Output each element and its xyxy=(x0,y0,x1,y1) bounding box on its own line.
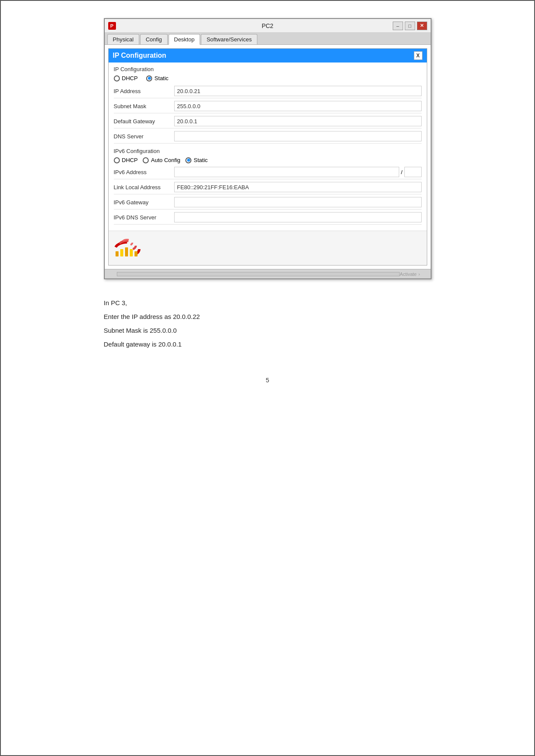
ipv6-gateway-label: IPv6 Gateway xyxy=(114,199,174,206)
app-icon-label: P xyxy=(110,23,113,28)
ipv6-dns-server-input[interactable] xyxy=(174,212,422,222)
tabs-bar: Physical Config Desktop Software/Service… xyxy=(105,33,431,45)
ipv6-autoconfig-option[interactable]: Auto Config xyxy=(143,157,180,163)
page-number: 5 xyxy=(27,377,508,384)
dhcp-label: DHCP xyxy=(122,75,138,81)
ipv6-gateway-input[interactable] xyxy=(174,197,422,207)
subnet-mask-input[interactable] xyxy=(174,101,422,111)
title-bar-left: P xyxy=(108,22,116,30)
scrollbar-track[interactable] xyxy=(117,272,400,276)
window-title: PC2 xyxy=(262,22,273,29)
default-gateway-input[interactable] xyxy=(174,116,422,126)
maximize-button[interactable]: □ xyxy=(405,22,415,30)
activate-text: Activate xyxy=(400,272,416,277)
ip-config-body: IP Configuration DHCP Static xyxy=(109,62,427,231)
dns-server-label: DNS Server xyxy=(114,133,174,140)
ipv6-static-option[interactable]: Static xyxy=(185,157,208,163)
ip-section-label: IP Configuration xyxy=(114,66,422,72)
tab-desktop[interactable]: Desktop xyxy=(169,34,200,45)
instruction-line1: Enter the IP address as 20.0.0.22 xyxy=(104,310,432,323)
ipv6-gateway-row: IPv6 Gateway xyxy=(114,197,422,209)
static-radio[interactable] xyxy=(146,75,152,81)
status-bar: Activate › xyxy=(105,269,431,278)
subnet-mask-label: Subnet Mask xyxy=(114,103,174,109)
cisco-logo xyxy=(112,236,142,260)
ipv6-static-label: Static xyxy=(194,157,208,163)
ipv6-dns-server-row: IPv6 DNS Server xyxy=(114,212,422,225)
ipv6-dhcp-label: DHCP xyxy=(122,157,138,163)
ip-address-label: IP Address xyxy=(114,88,174,94)
ipv6-dhcp-option[interactable]: DHCP xyxy=(114,157,138,163)
link-local-address-row: Link Local Address xyxy=(114,182,422,194)
link-local-address-input[interactable] xyxy=(174,182,422,192)
ip-config-header: IP Configuration X xyxy=(109,49,427,62)
ipv6-address-input[interactable] xyxy=(174,167,399,177)
ipv6-dhcp-radio[interactable] xyxy=(114,157,120,163)
ip-config-panel: IP Configuration X IP Configuration DHCP xyxy=(108,48,427,266)
ipv6-section: IPv6 Configuration DHCP Auto Config xyxy=(114,148,422,225)
subnet-mask-row: Subnet Mask xyxy=(114,101,422,113)
ipv6-autoconfig-label: Auto Config xyxy=(151,157,180,163)
dhcp-radio[interactable] xyxy=(114,75,120,81)
dns-server-input[interactable] xyxy=(174,131,422,141)
ip-mode-row: DHCP Static xyxy=(114,75,422,81)
horizontal-scrollbar[interactable] xyxy=(117,272,400,276)
ip-config-title: IP Configuration xyxy=(113,52,166,59)
ipv6-static-radio[interactable] xyxy=(185,157,191,163)
instructions: In PC 3, Enter the IP address as 20.0.0.… xyxy=(104,297,432,351)
window-content: IP Configuration X IP Configuration DHCP xyxy=(105,45,431,278)
ipv6-address-label: IPv6 Address xyxy=(114,169,174,175)
minimize-button[interactable]: – xyxy=(393,22,403,30)
ipv6-prefix-input[interactable] xyxy=(404,167,422,177)
link-local-address-label: Link Local Address xyxy=(114,184,174,191)
ipv6-mode-row: DHCP Auto Config Static xyxy=(114,157,422,163)
svg-rect-4 xyxy=(120,249,123,256)
ip-address-row: IP Address xyxy=(114,86,422,98)
tab-software-services[interactable]: Software/Services xyxy=(201,34,257,44)
window-bottom xyxy=(109,231,427,265)
tab-config[interactable]: Config xyxy=(140,34,168,44)
ipv6-dns-server-label: IPv6 DNS Server xyxy=(114,214,174,221)
title-bar-buttons: – □ ✕ xyxy=(393,22,427,30)
ipv6-section-label: IPv6 Configuration xyxy=(114,148,422,154)
dns-server-row: DNS Server xyxy=(114,131,422,144)
dhcp-option[interactable]: DHCP xyxy=(114,75,138,81)
ip-config-close-button[interactable]: X xyxy=(414,51,422,60)
app-icon: P xyxy=(108,22,116,30)
svg-rect-7 xyxy=(135,251,138,256)
ipv6-autoconfig-radio[interactable] xyxy=(143,157,149,163)
instruction-line2: Subnet Mask is 255.0.0.0 xyxy=(104,324,432,337)
instruction-line3: Default gateway is 20.0.0.1 xyxy=(104,338,432,351)
window-close-button[interactable]: ✕ xyxy=(417,22,427,30)
default-gateway-row: Default Gateway xyxy=(114,116,422,128)
instruction-intro: In PC 3, xyxy=(104,297,432,309)
static-option[interactable]: Static xyxy=(146,75,169,81)
svg-rect-5 xyxy=(125,247,128,256)
title-bar: P PC2 – □ ✕ xyxy=(105,19,431,33)
ipv6-address-row: IPv6 Address / xyxy=(114,167,422,179)
svg-rect-3 xyxy=(116,251,119,256)
static-label: Static xyxy=(154,75,169,81)
ip-address-input[interactable] xyxy=(174,86,422,96)
ipv6-slash: / xyxy=(399,169,404,175)
default-gateway-label: Default Gateway xyxy=(114,118,174,125)
tab-physical[interactable]: Physical xyxy=(107,34,139,44)
svg-rect-6 xyxy=(130,249,133,256)
pc2-window: P PC2 – □ ✕ Physical Config Desktop Soft… xyxy=(104,18,432,279)
